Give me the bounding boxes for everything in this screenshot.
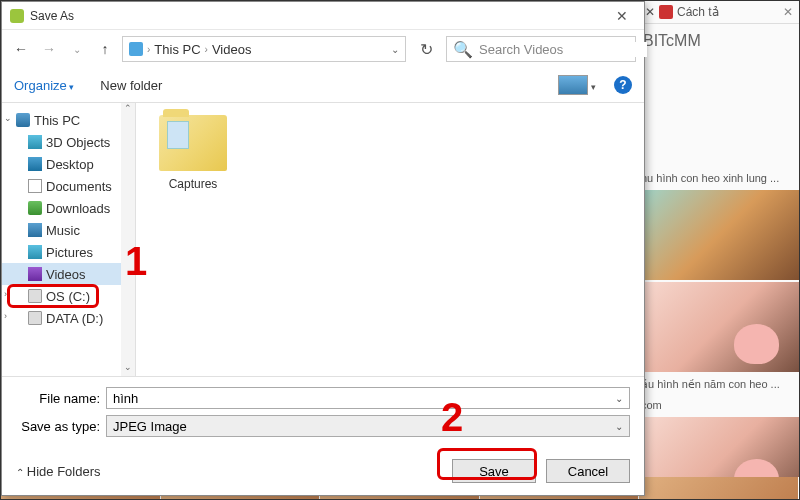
folder-captures[interactable]: Captures — [148, 115, 238, 191]
folder-icon — [28, 201, 42, 215]
tree-downloads[interactable]: Downloads — [2, 197, 135, 219]
file-name-input[interactable] — [113, 391, 615, 406]
tree-this-pc[interactable]: ⌄This PC — [2, 109, 135, 131]
help-button[interactable]: ? — [614, 76, 632, 94]
breadcrumb-this-pc[interactable]: This PC — [154, 42, 200, 57]
folder-icon — [159, 115, 227, 171]
tree-pictures[interactable]: Pictures — [2, 241, 135, 263]
folder-icon — [28, 179, 42, 193]
file-name-field[interactable]: ⌄ — [106, 387, 630, 409]
navigation-bar: ← → ⌄ ↑ › This PC › Videos ⌄ ↻ 🔍 — [2, 30, 644, 68]
back-button[interactable]: ← — [10, 38, 32, 60]
image-caption: ầu hình nền năm con heo ... — [639, 374, 799, 395]
folder-icon — [28, 157, 42, 171]
save-type-value: JPEG Image — [113, 419, 615, 434]
folder-label: Captures — [148, 177, 238, 191]
close-icon[interactable]: ✕ — [783, 5, 793, 19]
titlebar: Save As ✕ — [2, 2, 644, 30]
close-button[interactable]: ✕ — [608, 8, 636, 24]
search-input[interactable] — [479, 42, 647, 57]
tree-os-c[interactable]: ›OS (C:) — [2, 285, 135, 307]
chevron-down-icon[interactable]: ⌄ — [391, 44, 399, 55]
expand-icon[interactable]: ⌄ — [4, 113, 12, 123]
pc-icon — [16, 113, 30, 127]
tab-label: Cách tả — [677, 5, 719, 19]
expand-icon[interactable]: › — [4, 289, 7, 299]
chevron-down-icon[interactable]: ⌄ — [615, 421, 623, 432]
chevron-right-icon: › — [147, 44, 150, 55]
tree-music[interactable]: Music — [2, 219, 135, 241]
forward-button[interactable]: → — [38, 38, 60, 60]
search-box[interactable]: 🔍 — [446, 36, 636, 62]
save-button[interactable]: Save — [452, 459, 536, 483]
image-caption: com — [639, 395, 799, 415]
window-title: Save As — [30, 9, 608, 23]
browser-tab[interactable]: ✕ Cách tả ✕ — [639, 1, 799, 24]
view-options-button[interactable] — [558, 75, 588, 95]
folder-tree[interactable]: ⌄This PC 3D Objects Desktop Documents Do… — [2, 103, 136, 376]
chevron-right-icon: › — [205, 44, 208, 55]
scroll-down-icon[interactable]: ⌄ — [121, 362, 135, 376]
page-title: BITcMM — [639, 24, 799, 58]
background-browser: ✕ Cách tả ✕ BITcMM hu hình con heo xinh … — [639, 1, 799, 500]
drive-icon — [28, 311, 42, 325]
refresh-button[interactable]: ↻ — [412, 36, 440, 62]
tree-data-d[interactable]: ›DATA (D:) — [2, 307, 135, 329]
thumbnail-image[interactable] — [639, 190, 799, 280]
up-button[interactable]: ↑ — [94, 38, 116, 60]
folder-icon — [28, 267, 42, 281]
app-icon — [10, 9, 24, 23]
organize-menu[interactable]: Organize — [14, 78, 74, 93]
chevron-down-icon[interactable]: ⌄ — [615, 393, 623, 404]
breadcrumb-videos[interactable]: Videos — [212, 42, 252, 57]
recent-dropdown[interactable]: ⌄ — [66, 38, 88, 60]
breadcrumb[interactable]: › This PC › Videos ⌄ — [122, 36, 406, 62]
folder-icon — [28, 135, 42, 149]
save-as-dialog: Save As ✕ ← → ⌄ ↑ › This PC › Videos ⌄ ↻… — [1, 1, 645, 496]
save-type-label: Save as type: — [16, 419, 106, 434]
drive-icon — [28, 289, 42, 303]
tree-documents[interactable]: Documents — [2, 175, 135, 197]
file-name-label: File name: — [16, 391, 106, 406]
folder-icon — [28, 245, 42, 259]
tree-scrollbar[interactable]: ⌃⌄ — [121, 103, 135, 376]
search-icon: 🔍 — [453, 40, 473, 59]
tree-3d-objects[interactable]: 3D Objects — [2, 131, 135, 153]
pc-icon — [129, 42, 143, 56]
thumbnail-image[interactable] — [639, 282, 799, 372]
toolbar: Organize New folder ? — [2, 68, 644, 102]
scroll-up-icon[interactable]: ⌃ — [121, 103, 135, 117]
folder-icon — [28, 223, 42, 237]
folder-content[interactable]: Captures — [136, 103, 644, 376]
expand-icon[interactable]: › — [4, 311, 7, 321]
tree-videos[interactable]: Videos — [2, 263, 135, 285]
dialog-footer: Hide Folders Save Cancel — [2, 449, 644, 495]
cancel-button[interactable]: Cancel — [546, 459, 630, 483]
hide-folders-toggle[interactable]: Hide Folders — [16, 464, 100, 479]
tree-desktop[interactable]: Desktop — [2, 153, 135, 175]
save-type-field[interactable]: JPEG Image ⌄ — [106, 415, 630, 437]
close-icon[interactable]: ✕ — [645, 5, 655, 19]
image-caption: hu hình con heo xinh lung ... — [639, 168, 799, 188]
new-folder-button[interactable]: New folder — [100, 78, 162, 93]
tab-favicon — [659, 5, 673, 19]
file-fields: File name: ⌄ Save as type: JPEG Image ⌄ — [2, 377, 644, 449]
